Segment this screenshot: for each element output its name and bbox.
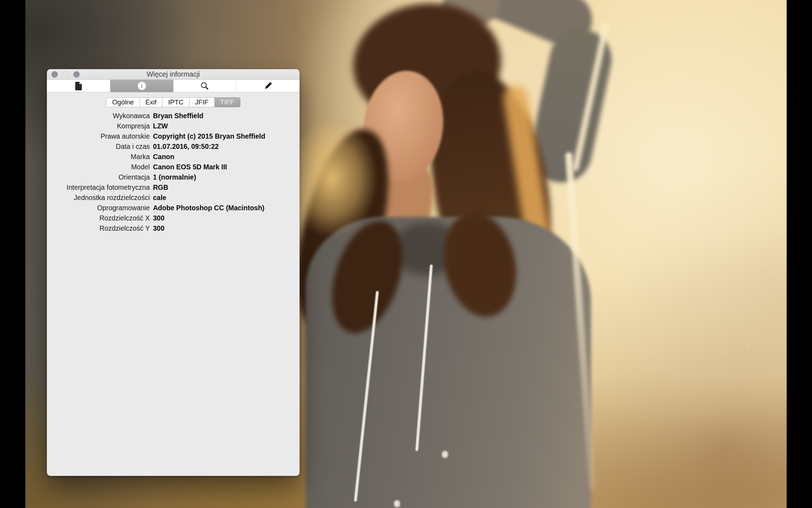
metadata-label: Rozdzielczość X [47, 213, 153, 223]
close-button[interactable] [51, 71, 58, 78]
toolbar-markup-button[interactable] [236, 80, 300, 92]
tab-tiff[interactable]: TIFF [215, 97, 240, 107]
toolbar-info-button[interactable]: i [110, 80, 173, 92]
metadata-label: Prawa autorskie [47, 131, 153, 141]
info-window: Więcej informacji i [47, 69, 300, 476]
metadata-tabs: Ogólne Exif IPTC JFIF TIFF [47, 97, 300, 107]
search-icon [200, 81, 209, 90]
metadata-label: Model [47, 162, 153, 172]
tab-exif[interactable]: Exif [140, 97, 163, 107]
metadata-row: Wykonawca Bryan Sheffield [47, 111, 300, 121]
metadata-value: 01.07.2016, 09:50:22 [153, 141, 219, 152]
toolbar-document-button[interactable] [47, 80, 110, 92]
metadata-value: Bryan Sheffield [153, 111, 203, 121]
tab-iptc[interactable]: IPTC [162, 97, 189, 107]
pencil-icon [264, 81, 272, 90]
minimize-button[interactable] [62, 71, 69, 78]
metadata-value: LZW [153, 121, 168, 131]
desktop: Więcej informacji i [0, 0, 812, 508]
zoom-button[interactable] [73, 71, 80, 78]
metadata-row: Prawa autorskie Copyright (c) 2015 Bryan… [47, 131, 300, 141]
window-titlebar[interactable]: Więcej informacji [47, 69, 300, 80]
metadata-value: Canon [153, 152, 174, 162]
metadata-row: Jednostka rozdzielczości cale [47, 193, 300, 203]
metadata-label: Rozdzielczość Y [47, 223, 153, 234]
metadata-label: Orientacja [47, 172, 153, 182]
metadata-row: Rozdzielczość Y 300 [47, 223, 300, 234]
metadata-value: Canon EOS 5D Mark III [153, 162, 227, 172]
metadata-value: 1 (normalnie) [153, 172, 196, 182]
metadata-value: cale [153, 193, 166, 203]
traffic-lights [51, 69, 80, 79]
metadata-row: Marka Canon [47, 152, 300, 162]
inspector-toolbar: i [47, 80, 300, 92]
window-title: Więcej informacji [147, 70, 200, 78]
metadata-value: 300 [153, 213, 165, 223]
toolbar-search-button[interactable] [173, 80, 237, 92]
metadata-list: Wykonawca Bryan Sheffield Kompresja LZW … [47, 111, 300, 234]
metadata-row: Kompresja LZW [47, 121, 300, 131]
metadata-label: Jednostka rozdzielczości [47, 193, 153, 203]
metadata-label: Wykonawca [47, 111, 153, 121]
tab-jfif[interactable]: JFIF [190, 97, 215, 107]
metadata-label: Data i czas [47, 141, 153, 152]
drawstring-knot-left [394, 500, 400, 507]
info-icon: i [138, 82, 146, 90]
metadata-row: Data i czas 01.07.2016, 09:50:22 [47, 141, 300, 152]
tab-ogolne[interactable]: Ogólne [106, 97, 140, 107]
metadata-label: Marka [47, 152, 153, 162]
drawstring-knot-right [442, 451, 448, 458]
metadata-value: 300 [153, 223, 165, 234]
metadata-row: Model Canon EOS 5D Mark III [47, 162, 300, 172]
metadata-row: Orientacja 1 (normalnie) [47, 172, 300, 182]
window-content: Ogólne Exif IPTC JFIF TIFF Wykonawca Bry… [47, 92, 300, 234]
metadata-row: Oprogramowanie Adobe Photoshop CC (Macin… [47, 203, 300, 213]
metadata-label: Oprogramowanie [47, 203, 153, 213]
metadata-value: Copyright (c) 2015 Bryan Sheffield [153, 131, 265, 141]
metadata-row: Rozdzielczość X 300 [47, 213, 300, 223]
metadata-label: Kompresja [47, 121, 153, 131]
document-icon [75, 81, 82, 91]
metadata-value: RGB [153, 182, 168, 193]
metadata-label: Interpretacja fotometryczna [47, 182, 153, 193]
metadata-row: Interpretacja fotometryczna RGB [47, 182, 300, 193]
metadata-value: Adobe Photoshop CC (Macintosh) [153, 203, 264, 213]
